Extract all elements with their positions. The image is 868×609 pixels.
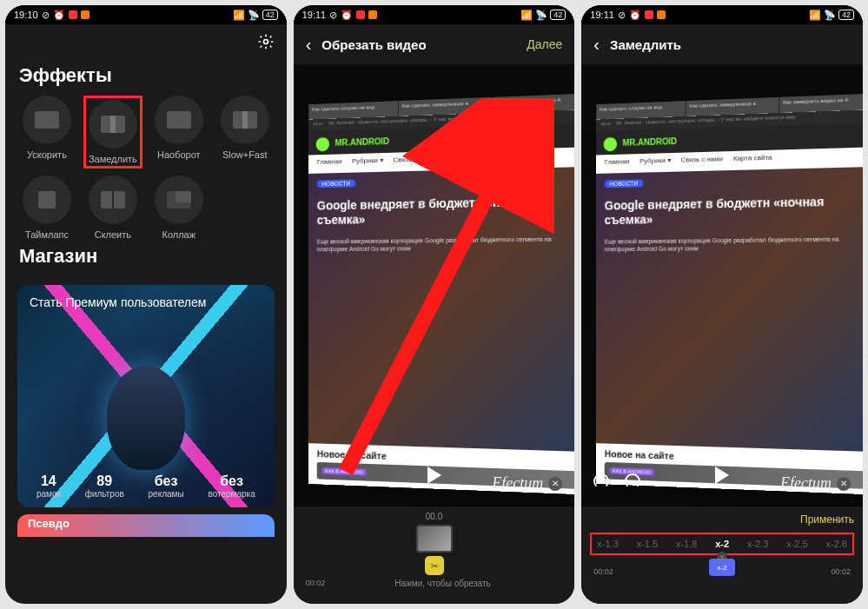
speed-marker[interactable]: x-2 xyxy=(709,559,735,576)
browser-url: id.ru xyxy=(314,121,323,126)
watermark: Efectum ✕ xyxy=(780,474,851,493)
browser-url: id.ru xyxy=(601,121,611,126)
site-nav-item: Карта сайта xyxy=(446,154,485,167)
signal-icon: 📶 xyxy=(520,10,533,21)
play-icon[interactable] xyxy=(427,467,441,484)
speed-option[interactable]: x-1.5 xyxy=(637,539,658,549)
video-preview[interactable]: Как сделать слоумо на анд Как сделать за… xyxy=(294,64,575,506)
site-nav-item: Главная xyxy=(316,157,341,169)
alarm-icon: ⏰ xyxy=(629,10,641,21)
video-preview[interactable]: Как сделать слоумо на анд Как сделать за… xyxy=(581,64,863,506)
effect-slow[interactable]: Slow+Fast xyxy=(215,96,275,169)
effect-label: Наоборот xyxy=(157,149,201,160)
trim-start-time: 00:02 xyxy=(306,579,326,588)
speed-option[interactable]: x-2.3 xyxy=(747,539,768,549)
card-badge: КАК В ANDROID xyxy=(321,467,367,476)
effects-grid: Ускорить Замедлить Наоборот Slow+Fast Та… xyxy=(5,96,287,240)
timeline[interactable]: 00:02 ✕ x-2 00:02 xyxy=(590,562,854,576)
status-time: 19:10 xyxy=(14,10,38,20)
effect-split[interactable]: Склеить xyxy=(83,175,142,240)
trim-panel: 00.0 ✂ 00:02 Нажми, чтобы обрезать xyxy=(294,506,575,604)
dnd-icon: ⊘ xyxy=(42,10,50,21)
speed-option[interactable]: x-1.3 xyxy=(597,539,618,549)
nav-title: Замедлить xyxy=(610,37,681,52)
promo-title: Стать Премиум пользователем xyxy=(30,295,206,309)
battery-level: 42 xyxy=(550,10,566,20)
stat-label: фильтров xyxy=(85,489,124,499)
speed-option[interactable]: x-2 xyxy=(715,539,729,549)
stat-label: рамок xyxy=(36,489,61,499)
section-store-title: Магазин xyxy=(5,240,287,276)
speed-option[interactable]: x-2.5 xyxy=(786,539,807,549)
trim-end-spacer xyxy=(560,579,563,588)
site-nav-item: Карта сайта xyxy=(733,154,772,167)
trim-thumbnail[interactable] xyxy=(416,525,453,553)
watermark: Efectum ✕ xyxy=(492,474,562,493)
effect-icon xyxy=(23,96,71,144)
promo-stat: 89фильтров xyxy=(85,473,124,499)
site-nav-item: Связь с нами xyxy=(681,155,724,168)
back-button[interactable]: ‹ xyxy=(306,35,312,55)
stat-value: 14 xyxy=(36,473,61,489)
preview-content: Как сделать слоумо на анд Как сделать за… xyxy=(308,93,574,494)
battery-level: 42 xyxy=(838,10,854,20)
effect-slow[interactable]: Замедлить xyxy=(83,96,142,169)
next-button[interactable]: Далее xyxy=(527,37,562,51)
apply-button[interactable]: Применить xyxy=(800,513,854,526)
premium-promo-card[interactable]: Стать Премиум пользователем 14рамок89фил… xyxy=(17,285,275,507)
timeline-end: 00:02 xyxy=(831,567,851,576)
undo-icon[interactable] xyxy=(593,473,609,489)
watermark-close-icon[interactable]: ✕ xyxy=(837,477,851,491)
nav-bar: ‹ Обрезать видео Далее xyxy=(294,24,575,64)
dnd-icon: ⊘ xyxy=(618,10,626,21)
effect-icon xyxy=(221,96,269,144)
bottom-card[interactable]: Псевдо xyxy=(17,514,275,537)
stat-label: вотермарка xyxy=(208,489,255,499)
status-time: 19:11 xyxy=(302,10,327,20)
alarm-icon: ⏰ xyxy=(53,10,65,21)
effect-label: Slow+Fast xyxy=(222,149,268,160)
status-bar: 19:10 ⊘ ⏰ 📶 📡 42 xyxy=(5,5,287,24)
timeline-start: 00:02 xyxy=(593,567,613,576)
site-logo: MR.ANDROID xyxy=(335,136,389,148)
speed-panel: Применить x-1.3x-1.5x-1.8x-2x-2.3x-2.5x-… xyxy=(581,506,863,604)
effect-stop[interactable]: Таймлапс xyxy=(17,175,76,240)
battery-level: 42 xyxy=(262,10,278,20)
effect-icon xyxy=(155,96,203,144)
effect-rev[interactable]: Наоборот xyxy=(149,96,209,169)
stat-value: 89 xyxy=(85,473,124,489)
settings-icon[interactable] xyxy=(257,33,275,50)
play-icon[interactable] xyxy=(715,467,729,484)
dnd-icon: ⊘ xyxy=(329,10,337,21)
site-nav-item: Связь с нами xyxy=(393,155,435,168)
status-bar: 19:11 ⊘ ⏰ 📶 📡 42 xyxy=(581,5,863,24)
app-icon-2 xyxy=(81,10,89,19)
promo-face xyxy=(107,366,185,470)
speed-option[interactable]: x-1.8 xyxy=(676,539,697,549)
status-bar: 19:11 ⊘ ⏰ 📶 📡 42 xyxy=(294,5,575,24)
back-button[interactable]: ‹ xyxy=(593,35,600,55)
promo-stat: 14рамок xyxy=(36,473,61,499)
watermark-text: Efectum xyxy=(492,474,543,493)
phone-screen-slowmo: 19:11 ⊘ ⏰ 📶 📡 42 ‹ Замедлить Как сделать… xyxy=(581,5,863,604)
effect-icon xyxy=(23,175,71,224)
effect-icon xyxy=(89,100,137,149)
hero-subtext: Еще весной американская корпорация Googl… xyxy=(316,235,574,253)
site-logo: MR.ANDROID xyxy=(623,136,678,148)
wifi-icon: 📡 xyxy=(824,10,836,21)
nav-bar: ‹ Замедлить xyxy=(581,24,863,64)
effect-fast[interactable]: Ускорить xyxy=(17,96,76,169)
trim-position: 00.0 xyxy=(426,512,442,521)
scissors-icon[interactable]: ✂ xyxy=(425,556,444,575)
phone-screen-effects: 19:10 ⊘ ⏰ 📶 📡 42 Эффекты Ускорить Замедл… xyxy=(5,5,287,604)
app-icon-1 xyxy=(69,10,77,19)
signal-icon: 📶 xyxy=(809,10,821,21)
app-icon-1 xyxy=(356,10,365,19)
stat-value: без xyxy=(208,473,255,489)
preview-content: Как сделать слоумо на анд Как сделать за… xyxy=(597,93,863,494)
redo-icon[interactable] xyxy=(625,473,640,489)
speed-option[interactable]: x-2.8 xyxy=(825,539,846,549)
watermark-close-icon[interactable]: ✕ xyxy=(548,477,562,491)
effect-grid[interactable]: Коллаж xyxy=(149,175,209,240)
effect-icon xyxy=(155,175,203,224)
